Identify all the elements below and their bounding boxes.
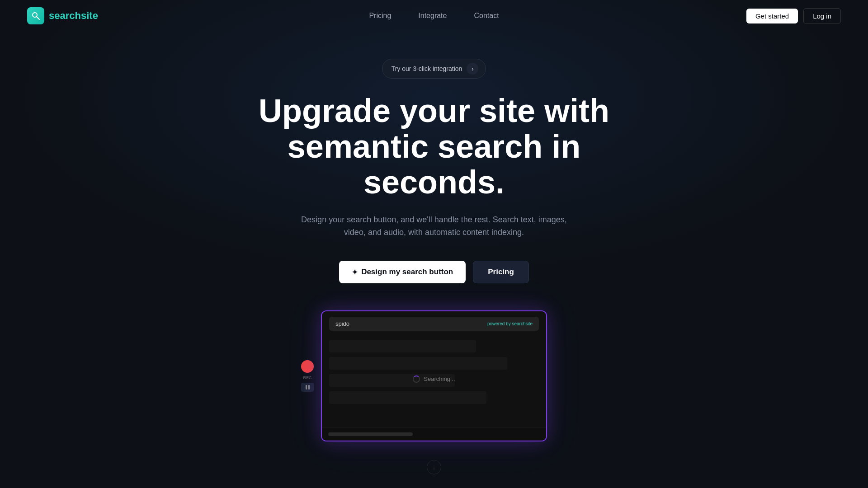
record-dot — [301, 360, 314, 373]
logo-icon — [27, 7, 44, 24]
nav-links: Pricing Integrate Contact — [369, 12, 499, 20]
logo[interactable]: searchsite — [27, 7, 98, 24]
pause-bar-left — [306, 385, 307, 389]
nav-contact-link[interactable]: Contact — [474, 12, 499, 19]
pricing-button[interactable]: Pricing — [473, 261, 529, 283]
scroll-down-icon: ↓ — [433, 464, 436, 471]
scroll-indicator: ↓ — [427, 460, 441, 474]
hero-headline: Upgrade your site with semantic search i… — [231, 93, 637, 201]
hero-section: Try our 3-click integration › Upgrade yo… — [0, 32, 868, 441]
hero-buttons: ✦ Design my search button Pricing — [339, 261, 529, 283]
demo-content: Searching... — [322, 331, 546, 427]
demo-footer — [322, 427, 546, 441]
demo-search-bar: spido powered by searchsite — [329, 317, 539, 331]
scroll-circle: ↓ — [427, 460, 441, 474]
demo-search-query: spido — [335, 320, 349, 327]
demo-window: spido powered by searchsite — [321, 310, 547, 441]
nav-actions: Get started Log in — [746, 8, 841, 24]
get-started-button[interactable]: Get started — [746, 9, 798, 23]
demo-blurred-results — [329, 340, 539, 404]
badge-arrow-icon: › — [467, 63, 478, 75]
sparkle-icon: ✦ — [352, 268, 358, 277]
hero-subheadline: Design your search button, and we'll han… — [289, 213, 579, 239]
pause-bar-right — [308, 385, 310, 389]
recording-indicator: REC — [301, 360, 314, 392]
rec-label: REC — [303, 375, 311, 380]
design-search-button[interactable]: ✦ Design my search button — [339, 261, 466, 283]
login-button[interactable]: Log in — [803, 8, 841, 24]
logo-text: searchsite — [49, 10, 98, 22]
nav-integrate-link[interactable]: Integrate — [418, 12, 447, 19]
demo-wrapper: REC spido powered by searchsite — [321, 310, 547, 441]
navbar: searchsite Pricing Integrate Contact Get… — [0, 0, 868, 32]
pause-button[interactable] — [301, 383, 314, 392]
badge-text: Try our 3-click integration — [392, 65, 462, 72]
nav-pricing-link[interactable]: Pricing — [369, 12, 391, 19]
demo-powered: powered by searchsite — [487, 321, 533, 326]
integration-badge[interactable]: Try our 3-click integration › — [382, 59, 486, 79]
svg-line-1 — [37, 17, 39, 19]
demo-footer-bar — [328, 432, 413, 436]
demo-inner: spido powered by searchsite — [322, 311, 546, 441]
